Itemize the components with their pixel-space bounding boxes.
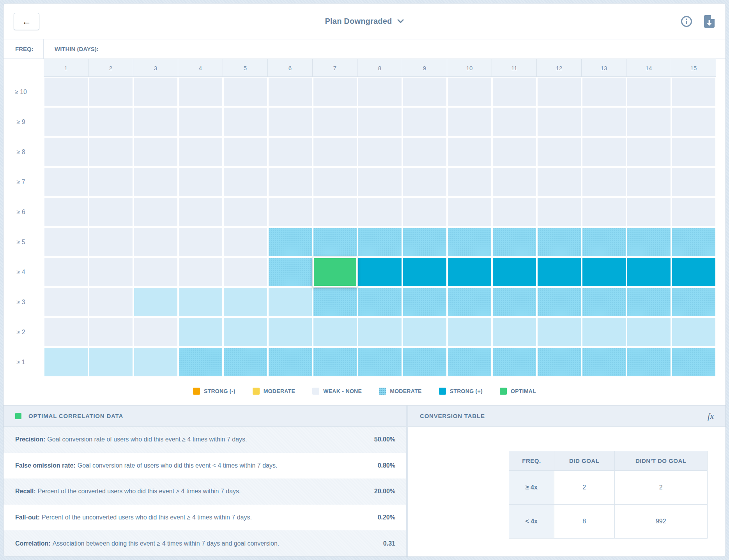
heatmap-cell[interactable]: [88, 107, 133, 137]
heatmap-cell[interactable]: [671, 257, 716, 287]
heatmap-cell[interactable]: [492, 287, 537, 317]
heatmap-cell[interactable]: [447, 287, 492, 317]
heatmap-cell[interactable]: [88, 77, 133, 107]
heatmap-cell[interactable]: [626, 257, 671, 287]
heatmap-cell[interactable]: [313, 227, 357, 257]
heatmap-cell[interactable]: [268, 107, 313, 137]
heatmap-cell[interactable]: [447, 107, 492, 137]
heatmap-cell[interactable]: [178, 197, 223, 227]
heatmap-cell[interactable]: [492, 197, 537, 227]
heatmap-cell[interactable]: [447, 317, 492, 347]
heatmap-cell[interactable]: [402, 227, 447, 257]
heatmap-cell[interactable]: [178, 227, 223, 257]
heatmap-cell[interactable]: [268, 137, 313, 167]
heatmap-cell[interactable]: [357, 257, 402, 287]
heatmap-cell[interactable]: [178, 167, 223, 197]
heatmap-cell[interactable]: [492, 77, 537, 107]
heatmap-cell[interactable]: [268, 347, 313, 377]
heatmap-cell[interactable]: [402, 137, 447, 167]
heatmap-cell[interactable]: [402, 347, 447, 377]
heatmap-cell[interactable]: [178, 287, 223, 317]
heatmap-cell[interactable]: [313, 347, 357, 377]
heatmap-cell[interactable]: [537, 227, 582, 257]
heatmap-cell[interactable]: [671, 317, 716, 347]
heatmap-cell[interactable]: [447, 167, 492, 197]
heatmap-cell[interactable]: [402, 287, 447, 317]
heatmap-cell[interactable]: [44, 287, 88, 317]
heatmap-cell[interactable]: [447, 257, 492, 287]
heatmap-cell[interactable]: [402, 107, 447, 137]
heatmap-cell[interactable]: [447, 197, 492, 227]
heatmap-cell[interactable]: [88, 257, 133, 287]
heatmap-cell[interactable]: [447, 347, 492, 377]
heatmap-cell[interactable]: [492, 317, 537, 347]
heatmap-cell[interactable]: [313, 257, 357, 287]
heatmap-cell[interactable]: [357, 107, 402, 137]
heatmap-cell[interactable]: [537, 167, 582, 197]
heatmap-cell[interactable]: [313, 167, 357, 197]
heatmap-cell[interactable]: [178, 257, 223, 287]
heatmap-cell[interactable]: [268, 257, 313, 287]
heatmap-cell[interactable]: [492, 167, 537, 197]
heatmap-cell[interactable]: [44, 227, 88, 257]
heatmap-cell[interactable]: [133, 257, 178, 287]
heatmap-cell[interactable]: [178, 317, 223, 347]
heatmap-cell[interactable]: [671, 137, 716, 167]
heatmap-cell[interactable]: [671, 287, 716, 317]
heatmap-cell[interactable]: [582, 137, 626, 167]
heatmap-cell[interactable]: [537, 317, 582, 347]
heatmap-cell[interactable]: [582, 287, 626, 317]
heatmap-cell[interactable]: [44, 197, 88, 227]
heatmap-cell[interactable]: [447, 77, 492, 107]
heatmap-cell[interactable]: [626, 347, 671, 377]
heatmap-cell[interactable]: [268, 287, 313, 317]
heatmap-cell[interactable]: [223, 287, 268, 317]
heatmap-cell[interactable]: [357, 227, 402, 257]
heatmap-cell[interactable]: [492, 107, 537, 137]
heatmap-cell[interactable]: [223, 257, 268, 287]
heatmap-cell[interactable]: [357, 137, 402, 167]
heatmap-cell[interactable]: [44, 347, 88, 377]
heatmap-cell[interactable]: [492, 137, 537, 167]
heatmap-cell[interactable]: [268, 77, 313, 107]
heatmap-cell[interactable]: [178, 347, 223, 377]
heatmap-cell[interactable]: [268, 167, 313, 197]
heatmap-cell[interactable]: [357, 197, 402, 227]
heatmap-cell[interactable]: [537, 107, 582, 137]
heatmap-cell[interactable]: [582, 257, 626, 287]
heatmap-cell[interactable]: [313, 77, 357, 107]
heatmap-cell[interactable]: [357, 287, 402, 317]
heatmap-cell[interactable]: [626, 167, 671, 197]
heatmap-cell[interactable]: [133, 77, 178, 107]
heatmap-cell[interactable]: [44, 107, 88, 137]
heatmap-cell[interactable]: [223, 137, 268, 167]
heatmap-cell[interactable]: [671, 227, 716, 257]
heatmap-cell[interactable]: [447, 137, 492, 167]
heatmap-cell[interactable]: [88, 137, 133, 167]
heatmap-cell[interactable]: [626, 317, 671, 347]
heatmap-cell[interactable]: [626, 107, 671, 137]
heatmap-cell[interactable]: [402, 77, 447, 107]
heatmap-cell[interactable]: [133, 287, 178, 317]
heatmap-cell[interactable]: [133, 107, 178, 137]
heatmap-cell[interactable]: [223, 77, 268, 107]
heatmap-cell[interactable]: [626, 137, 671, 167]
heatmap-cell[interactable]: [313, 137, 357, 167]
heatmap-cell[interactable]: [357, 317, 402, 347]
heatmap-cell[interactable]: [582, 77, 626, 107]
heatmap-cell[interactable]: [492, 227, 537, 257]
heatmap-cell[interactable]: [402, 257, 447, 287]
heatmap-cell[interactable]: [44, 77, 88, 107]
heatmap-cell[interactable]: [537, 287, 582, 317]
heatmap-cell[interactable]: [313, 287, 357, 317]
heatmap-cell[interactable]: [402, 167, 447, 197]
heatmap-cell[interactable]: [133, 167, 178, 197]
heatmap-cell[interactable]: [626, 77, 671, 107]
heatmap-cell[interactable]: [133, 317, 178, 347]
heatmap-cell[interactable]: [223, 317, 268, 347]
heatmap-cell[interactable]: [88, 347, 133, 377]
heatmap-cell[interactable]: [537, 137, 582, 167]
heatmap-cell[interactable]: [492, 347, 537, 377]
heatmap-cell[interactable]: [178, 137, 223, 167]
heatmap-cell[interactable]: [44, 317, 88, 347]
